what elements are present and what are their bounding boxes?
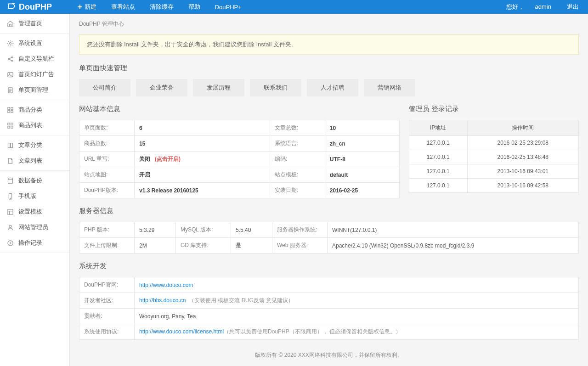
template-value: default bbox=[325, 167, 399, 183]
sidebar-item-9[interactable]: 数据备份 bbox=[0, 173, 69, 188]
user-icon bbox=[6, 224, 14, 231]
os-value: WINNT(127.0.0.1) bbox=[327, 222, 578, 238]
install-value: 2016-02-25 bbox=[325, 183, 399, 198]
gd-label: GD 库支持: bbox=[175, 238, 231, 253]
svg-point-3 bbox=[11, 60, 13, 62]
logo[interactable]: DouPHP bbox=[0, 2, 70, 12]
tab-4[interactable]: 人才招聘 bbox=[307, 79, 358, 96]
upload-label: 文件上传限制: bbox=[79, 238, 135, 253]
sidebar-item-6[interactable]: 商品列表 bbox=[0, 118, 69, 133]
sidebar-item-12[interactable]: 网站管理员 bbox=[0, 220, 69, 235]
breadcrumb: DouPHP 管理中心 bbox=[79, 14, 579, 34]
share-icon bbox=[6, 55, 14, 62]
svg-rect-7 bbox=[7, 107, 9, 109]
rewrite-enable-link[interactable]: (点击开启) bbox=[155, 156, 181, 162]
doc-icon bbox=[6, 86, 14, 94]
rewrite-label: URL 重写: bbox=[79, 152, 135, 167]
section-quick-title: 单页面快速管理 bbox=[79, 64, 579, 73]
pages-value: 6 bbox=[135, 120, 270, 136]
articles-value: 10 bbox=[325, 120, 399, 136]
sidebar-item-1[interactable]: 系统设置 bbox=[0, 35, 69, 51]
sidebar-item-10[interactable]: 手机版 bbox=[0, 188, 69, 204]
license-label: 系统使用协议: bbox=[79, 324, 135, 340]
contributors-value: Wooyun.org, Pany, Tea bbox=[135, 309, 579, 324]
sidebar-item-label: 首页幻灯广告 bbox=[18, 70, 54, 79]
dev-table: DouPHP官网: http://www.douco.com 开发者社区: ht… bbox=[79, 277, 579, 340]
log-row: 127.0.0.12016-02-25 23:29:08 bbox=[409, 136, 579, 150]
sidebar-item-8[interactable]: 文章列表 bbox=[0, 153, 69, 169]
tab-1[interactable]: 企业荣誉 bbox=[136, 79, 187, 96]
section-loginlog-title: 管理员 登录记录 bbox=[409, 105, 579, 113]
grid-icon bbox=[6, 106, 14, 113]
rewrite-value: 关闭 (点击开启) bbox=[135, 152, 270, 167]
plus-icon bbox=[77, 4, 83, 10]
nav-view-site[interactable]: 查看站点 bbox=[104, 0, 142, 14]
sidebar-item-label: 系统设置 bbox=[18, 39, 42, 47]
log-ip: 127.0.0.1 bbox=[409, 150, 468, 164]
sidebar-item-label: 手机版 bbox=[18, 192, 36, 200]
gd-value: 是 bbox=[231, 238, 272, 253]
encode-value: UTF-8 bbox=[325, 152, 399, 167]
php-value: 5.3.29 bbox=[135, 222, 176, 238]
svg-rect-11 bbox=[7, 123, 9, 124]
tab-0[interactable]: 公司简介 bbox=[79, 79, 130, 96]
bbs-link[interactable]: http://bbs.douco.cn bbox=[139, 297, 186, 304]
sidebar-item-label: 文章分类 bbox=[18, 141, 42, 149]
official-value: http://www.douco.com bbox=[135, 277, 579, 293]
sidebar-item-2[interactable]: 自定义导航栏 bbox=[0, 51, 69, 67]
sidebar-item-label: 商品列表 bbox=[18, 121, 42, 130]
log-row: 127.0.0.12016-02-25 13:48:48 bbox=[409, 150, 579, 164]
svg-rect-9 bbox=[7, 110, 9, 112]
sidebar-item-11[interactable]: 设置模板 bbox=[0, 204, 69, 220]
sidebar-item-3[interactable]: 首页幻灯广告 bbox=[0, 67, 69, 82]
siteinfo-table: 单页面数: 6 文章总数: 10 商品总数: 15 系统语言: zh_cn UR… bbox=[79, 120, 400, 198]
sidebar-item-7[interactable]: 文章分类 bbox=[0, 137, 69, 153]
section-dev-title: 系统开发 bbox=[79, 262, 579, 270]
user-greeting: 您好，admin bbox=[495, 3, 562, 11]
nav-help[interactable]: 帮助 bbox=[181, 0, 208, 14]
sidebar-item-4[interactable]: 单页面管理 bbox=[0, 82, 69, 98]
book-icon bbox=[6, 141, 14, 149]
svg-rect-13 bbox=[7, 126, 9, 128]
footer-copyright: 版权所有 © 2020 XXX网络科技有限公司，并保留所有权利。 bbox=[79, 340, 579, 366]
log-ip: 127.0.0.1 bbox=[409, 136, 468, 150]
sidebar-item-label: 数据备份 bbox=[18, 176, 42, 185]
template-label: 站点模板: bbox=[270, 167, 325, 183]
php-label: PHP 版本: bbox=[79, 222, 135, 238]
phone-icon bbox=[6, 192, 14, 200]
sidebar-item-label: 单页面管理 bbox=[18, 86, 48, 94]
sitemap-value: 开启 bbox=[135, 167, 270, 183]
bbs-value: http://bbs.douco.cn （安装使用 模板交流 BUG反馈 意见建… bbox=[135, 293, 579, 309]
svg-point-17 bbox=[10, 198, 10, 198]
server-table: PHP 版本: 5.3.29 MySQL 版本: 5.5.40 服务器操作系统:… bbox=[79, 222, 579, 253]
brand-name: DouPHP bbox=[19, 2, 52, 12]
log-time: 2016-02-25 13:48:48 bbox=[467, 150, 578, 164]
log-row: 127.0.0.12013-10-16 09:43:01 bbox=[409, 164, 579, 179]
tab-2[interactable]: 发展历程 bbox=[193, 79, 244, 96]
nav-new[interactable]: 新建 bbox=[70, 0, 104, 14]
sidebar: 管理首页 系统设置自定义导航栏首页幻灯广告单页面管理 商品分类商品列表 文章分类… bbox=[0, 14, 70, 366]
sidebar-item-label: 设置模板 bbox=[18, 208, 42, 216]
sidebar-item-0[interactable]: 管理首页 bbox=[0, 16, 69, 31]
mysql-value: 5.5.40 bbox=[231, 222, 272, 238]
svg-point-1 bbox=[8, 58, 9, 60]
logout-link[interactable]: 退出 bbox=[562, 3, 583, 11]
official-link[interactable]: http://www.douco.com bbox=[139, 282, 193, 288]
svg-rect-14 bbox=[11, 126, 12, 128]
db-icon bbox=[6, 177, 14, 184]
nav-plus[interactable]: DouPHP+ bbox=[208, 0, 249, 14]
tab-5[interactable]: 营销网络 bbox=[364, 79, 415, 96]
install-label: 安装日期: bbox=[270, 183, 325, 198]
nav-clear-cache[interactable]: 清除缓存 bbox=[142, 0, 181, 14]
log-time: 2016-02-25 23:29:08 bbox=[467, 136, 578, 150]
sidebar-item-5[interactable]: 商品分类 bbox=[0, 102, 69, 118]
sidebar-item-label: 文章列表 bbox=[18, 157, 42, 165]
log-time: 2013-10-16 09:43:01 bbox=[467, 164, 578, 179]
sidebar-item-13[interactable]: 操作记录 bbox=[0, 235, 69, 251]
svg-rect-12 bbox=[11, 123, 12, 124]
web-label: Web 服务器: bbox=[272, 238, 327, 253]
web-value: Apache/2.4.10 (Win32) OpenSSL/0.9.8zb mo… bbox=[327, 238, 578, 253]
clock-icon bbox=[6, 239, 14, 247]
tab-3[interactable]: 联系我们 bbox=[250, 79, 301, 96]
license-link[interactable]: http://www.douco.com/license.html bbox=[139, 328, 224, 335]
